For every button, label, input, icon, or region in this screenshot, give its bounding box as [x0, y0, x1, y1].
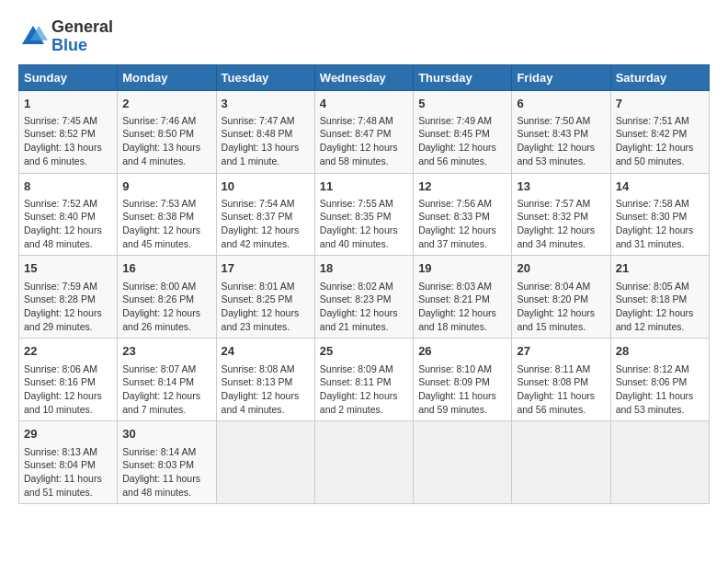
day-info: Sunrise: 8:14 AM: [122, 445, 210, 459]
day-info: Sunset: 8:09 PM: [418, 375, 506, 389]
col-header-friday: Friday: [512, 64, 610, 90]
day-cell-19: 19Sunrise: 8:03 AMSunset: 8:21 PMDayligh…: [414, 256, 512, 339]
day-number: 19: [418, 260, 506, 277]
day-info: Sunrise: 7:49 AM: [418, 114, 506, 128]
day-info: Sunrise: 7:50 AM: [517, 114, 605, 128]
day-cell-27: 27Sunrise: 8:11 AMSunset: 8:08 PMDayligh…: [512, 339, 610, 421]
day-info: Sunrise: 8:12 AM: [616, 362, 704, 376]
day-info: Sunset: 8:18 PM: [616, 293, 704, 306]
day-info: Daylight: 11 hours: [616, 389, 704, 403]
day-info: Sunrise: 7:57 AM: [517, 197, 605, 211]
day-info: Daylight: 12 hours: [24, 306, 112, 320]
week-row-3: 15Sunrise: 7:59 AMSunset: 8:28 PMDayligh…: [19, 256, 710, 339]
day-number: 30: [122, 426, 210, 442]
day-info: and 37 minutes.: [418, 237, 506, 251]
day-cell-15: 15Sunrise: 7:59 AMSunset: 8:28 PMDayligh…: [19, 256, 118, 339]
logo: General Blue: [18, 18, 113, 55]
day-info: and 42 minutes.: [222, 237, 310, 251]
empty-cell: [314, 421, 413, 504]
day-info: Sunrise: 7:54 AM: [222, 197, 310, 211]
day-cell-3: 3Sunrise: 7:47 AMSunset: 8:48 PMDaylight…: [216, 90, 314, 173]
day-info: Daylight: 12 hours: [320, 224, 408, 237]
day-cell-14: 14Sunrise: 7:58 AMSunset: 8:30 PMDayligh…: [610, 173, 709, 256]
day-cell-5: 5Sunrise: 7:49 AMSunset: 8:45 PMDaylight…: [414, 90, 512, 173]
day-info: Sunrise: 7:45 AM: [24, 114, 112, 128]
day-number: 24: [222, 343, 310, 360]
day-info: and 56 minutes.: [517, 403, 605, 417]
day-number: 11: [320, 178, 408, 195]
day-info: and 26 minutes.: [122, 320, 210, 334]
day-info: Sunrise: 7:48 AM: [320, 114, 408, 128]
empty-cell: [414, 421, 512, 504]
day-info: Sunset: 8:48 PM: [222, 127, 310, 141]
day-info: Sunset: 8:03 PM: [122, 458, 210, 472]
week-row-4: 22Sunrise: 8:06 AMSunset: 8:16 PMDayligh…: [19, 339, 710, 421]
day-info: and 7 minutes.: [122, 403, 210, 417]
day-info: Daylight: 12 hours: [616, 306, 704, 320]
day-info: Daylight: 12 hours: [222, 306, 310, 320]
day-info: Sunset: 8:13 PM: [222, 375, 310, 389]
day-number: 6: [517, 96, 605, 112]
day-info: Sunset: 8:14 PM: [122, 375, 210, 389]
day-info: Sunrise: 8:07 AM: [122, 362, 210, 376]
day-cell-24: 24Sunrise: 8:08 AMSunset: 8:13 PMDayligh…: [216, 339, 314, 421]
week-row-1: 1Sunrise: 7:45 AMSunset: 8:52 PMDaylight…: [19, 90, 710, 173]
day-info: Daylight: 12 hours: [418, 224, 506, 237]
day-info: Daylight: 12 hours: [122, 224, 210, 237]
day-info: Sunset: 8:26 PM: [122, 293, 210, 306]
day-info: and 4 minutes.: [222, 403, 310, 417]
day-number: 28: [616, 343, 704, 360]
day-info: Daylight: 12 hours: [320, 306, 408, 320]
day-info: Sunrise: 7:51 AM: [616, 114, 704, 128]
day-info: Daylight: 12 hours: [320, 389, 408, 403]
week-row-2: 8Sunrise: 7:52 AMSunset: 8:40 PMDaylight…: [19, 173, 710, 256]
day-info: and 56 minutes.: [418, 155, 506, 168]
day-info: Sunset: 8:20 PM: [517, 293, 605, 306]
logo-text-general: General: [51, 18, 113, 37]
week-row-5: 29Sunrise: 8:13 AMSunset: 8:04 PMDayligh…: [19, 421, 710, 504]
day-cell-4: 4Sunrise: 7:48 AMSunset: 8:47 PMDaylight…: [314, 90, 413, 173]
day-info: Daylight: 12 hours: [24, 389, 112, 403]
day-number: 16: [122, 260, 210, 277]
day-info: Sunrise: 8:11 AM: [517, 362, 605, 376]
calendar-table: SundayMondayTuesdayWednesdayThursdayFrid…: [18, 64, 710, 505]
day-info: Daylight: 12 hours: [24, 224, 112, 237]
day-info: and 23 minutes.: [222, 320, 310, 334]
day-cell-28: 28Sunrise: 8:12 AMSunset: 8:06 PMDayligh…: [610, 339, 709, 421]
day-info: Daylight: 12 hours: [222, 389, 310, 403]
day-info: Sunrise: 8:06 AM: [24, 362, 112, 376]
day-cell-25: 25Sunrise: 8:09 AMSunset: 8:11 PMDayligh…: [314, 339, 413, 421]
day-info: Sunset: 8:32 PM: [517, 210, 605, 224]
day-info: Sunset: 8:25 PM: [222, 293, 310, 306]
day-info: and 48 minutes.: [24, 237, 112, 251]
day-info: Daylight: 12 hours: [517, 306, 605, 320]
day-info: Sunrise: 7:56 AM: [418, 197, 506, 211]
day-info: Sunset: 8:38 PM: [122, 210, 210, 224]
day-info: Sunrise: 8:09 AM: [320, 362, 408, 376]
day-info: Sunrise: 7:55 AM: [320, 197, 408, 211]
day-info: Daylight: 12 hours: [616, 224, 704, 237]
day-info: and 18 minutes.: [418, 320, 506, 334]
day-info: Daylight: 12 hours: [517, 224, 605, 237]
day-number: 4: [320, 96, 408, 112]
day-info: and 15 minutes.: [517, 320, 605, 334]
day-info: Sunset: 8:08 PM: [517, 375, 605, 389]
day-info: Daylight: 11 hours: [418, 389, 506, 403]
day-info: and 31 minutes.: [616, 237, 704, 251]
day-info: and 45 minutes.: [122, 237, 210, 251]
day-number: 17: [222, 260, 310, 277]
day-info: Sunrise: 7:52 AM: [24, 197, 112, 211]
day-info: Daylight: 13 hours: [222, 141, 310, 155]
calendar-header-row: SundayMondayTuesdayWednesdayThursdayFrid…: [19, 64, 710, 90]
day-info: Sunset: 8:23 PM: [320, 293, 408, 306]
day-info: Daylight: 12 hours: [122, 389, 210, 403]
day-info: Sunset: 8:50 PM: [122, 127, 210, 141]
day-info: Sunset: 8:06 PM: [616, 375, 704, 389]
col-header-wednesday: Wednesday: [314, 64, 413, 90]
day-info: and 50 minutes.: [616, 155, 704, 168]
day-info: Sunset: 8:21 PM: [418, 293, 506, 306]
day-info: and 58 minutes.: [320, 155, 408, 168]
day-info: Sunrise: 7:46 AM: [122, 114, 210, 128]
day-info: Daylight: 11 hours: [517, 389, 605, 403]
day-info: Sunrise: 8:10 AM: [418, 362, 506, 376]
